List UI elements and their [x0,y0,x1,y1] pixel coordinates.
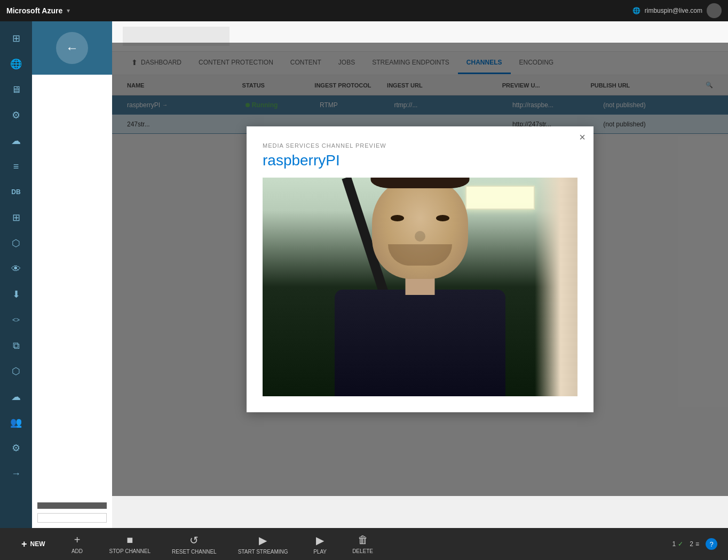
modal-close-button[interactable]: × [579,132,585,142]
modal: × MEDIA SERVICES CHANNEL PREVIEW raspber… [247,126,594,412]
bottom-toolbar: + NEW + ADD ■ STOP CHANNEL ↺ RESET CHANN… [0,528,728,560]
new-button[interactable]: + NEW [11,539,56,550]
modal-title: raspberryPI [263,152,577,169]
delete-icon: 🗑 [358,534,368,546]
add-icon: + [74,534,81,546]
play-button[interactable]: ▶ PLAY [299,534,342,555]
toolbar-count-1: 1 ✓ [672,540,684,548]
reset-icon: ↺ [189,534,199,547]
top-bar: Microsoft Azure ▾ 🌐 rimbuspin@live.com [0,0,728,21]
sidebar-panel-btn2[interactable] [37,513,107,523]
top-bar-left: Microsoft Azure ▾ [6,6,70,15]
sidebar-item-network[interactable]: ⬡ [4,359,28,383]
top-bar-right: 🌐 rimbuspin@live.com [632,3,722,18]
sidebar-item-eye[interactable]: 👁 [4,257,28,281]
sidebar-item-cloud[interactable]: ☁ [4,129,28,153]
help-icon[interactable]: ? [706,538,717,550]
sidebar-item-grid[interactable]: ⊞ [4,27,28,50]
play-icon: ▶ [316,534,324,547]
sidebar-item-users[interactable]: 👥 [4,411,28,434]
sidebar-item-gear2[interactable]: ⚙ [4,436,28,460]
stop-channel-button[interactable]: ■ STOP CHANNEL [99,534,161,554]
sidebar-item-globe[interactable]: 🌐 [4,52,28,76]
sidebar-panel-content [32,75,112,497]
person-face [372,178,468,279]
modal-overlay[interactable]: × MEDIA SERVICES CHANNEL PREVIEW raspber… [112,43,728,496]
lines-icon: ≡ [695,540,699,548]
sidebar-item-list[interactable]: ≡ [4,155,28,178]
sidebar-item-monitor[interactable]: 🖥 [4,78,28,101]
room-wall [535,178,577,396]
ceiling-light [465,186,535,210]
sidebar-item-code[interactable]: <> [4,308,28,332]
start-streaming-icon: ▶ [259,534,267,547]
preview-person [263,178,577,396]
plus-icon: + [21,539,27,550]
start-streaming-button[interactable]: ▶ START STREAMING [227,534,299,555]
sidebar-panel: ← [32,21,112,528]
toolbar-count-2: 2 ≡ [690,540,699,548]
toolbar-right: 1 ✓ 2 ≡ ? [672,538,717,550]
back-button[interactable]: ← [56,32,88,64]
sidebar-item-extensions[interactable]: ⬡ [4,231,28,255]
person-body [335,290,505,396]
sidebar-panel-btn1[interactable] [37,502,107,509]
avatar[interactable] [707,3,722,18]
sidebar-panel-header: ← [32,21,112,75]
add-button[interactable]: + ADD [56,534,99,554]
sidebar-item-cloud2[interactable]: ☁ [4,385,28,409]
user-email: rimbuspin@live.com [645,7,702,14]
check-icon: ✓ [678,540,683,548]
modal-label: MEDIA SERVICES CHANNEL PREVIEW [263,142,577,149]
main-content: ⬆ DASHBOARD CONTENT PROTECTION CONTENT J… [112,21,728,528]
sidebar-item-table[interactable]: ⊞ [4,206,28,229]
modal-preview-image [263,178,577,396]
globe-icon: 🌐 [632,7,640,14]
sidebar-item-copy[interactable]: ⧉ [4,334,28,357]
right-eye [436,215,449,221]
left-eye [391,215,404,221]
reset-channel-button[interactable]: ↺ RESET CHANNEL [161,534,227,555]
sidebar-item-database[interactable]: DB [4,180,28,204]
chevron-down-icon[interactable]: ▾ [67,7,70,14]
beard [388,244,452,266]
person-hair [371,178,470,188]
sidebar: ⊞ 🌐 🖥 ⚙ ☁ ≡ DB ⊞ ⬡ 👁 ⬇ <> ⧉ ⬡ ☁ 👥 ⚙ → [0,21,32,528]
sidebar-item-download[interactable]: ⬇ [4,283,28,306]
nose [415,231,425,242]
azure-logo: Microsoft Azure [6,6,62,15]
stop-icon: ■ [126,534,133,546]
sidebar-panel-footer [32,497,112,528]
delete-button[interactable]: 🗑 DELETE [342,534,384,554]
sidebar-item-arrow[interactable]: → [4,462,28,485]
sidebar-item-settings[interactable]: ⚙ [4,103,28,127]
